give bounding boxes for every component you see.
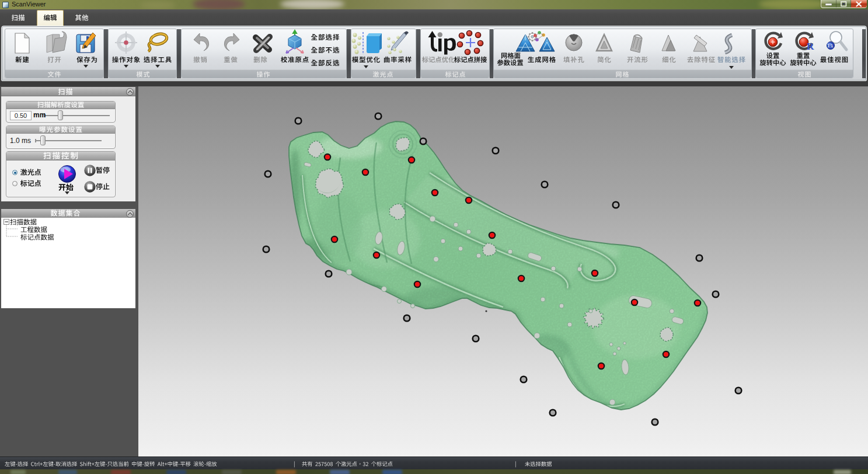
svg-text:1:1: 1:1 [828, 44, 834, 48]
svg-text:R: R [807, 41, 814, 52]
